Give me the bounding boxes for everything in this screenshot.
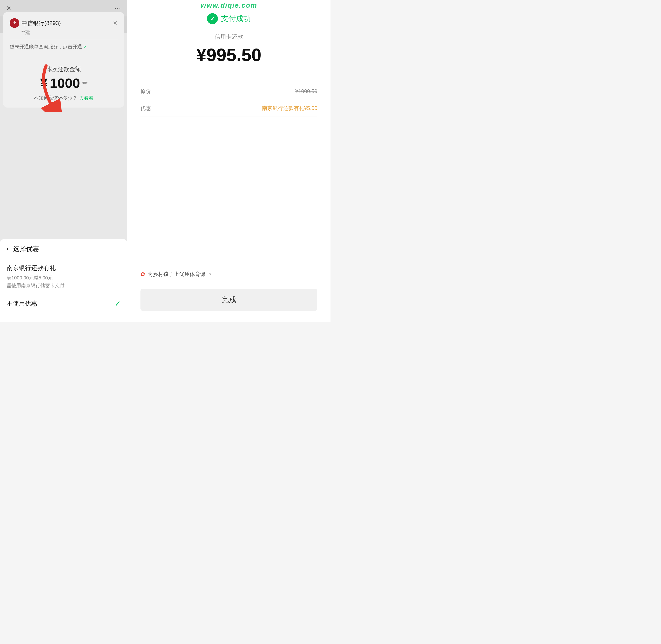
no-coupon-row[interactable]: 不使用优惠 ✓ [6, 294, 121, 313]
edit-amount-icon[interactable]: ✏ [82, 79, 87, 87]
amount-display: ¥1000 ✏ [10, 75, 118, 91]
charity-arrow-icon: > [209, 271, 212, 277]
coupon-desc-line2: 需使用南京银行储蓄卡支付 [6, 282, 121, 289]
bank-info: 中 中信银行(8293) [10, 18, 61, 28]
back-button[interactable]: ‹ [6, 245, 8, 252]
check-icon: ✓ [115, 299, 121, 308]
currency-symbol: ¥ [40, 75, 47, 91]
watermark: www.diqie.com [127, 0, 331, 9]
card-divider [10, 40, 118, 40]
original-price-value: ¥1000.50 [296, 88, 317, 94]
bank-card-modal: 中 中信银行(8293) ✕ **建 暂未开通账单查询服务，点击开通 > 本次还… [3, 12, 124, 108]
charity-row[interactable]: ✿ 为乡村孩子上优质体育课 > [127, 264, 331, 284]
bottom-sheet-header: ‹ 选择优惠 [6, 244, 121, 253]
card-header: 中 中信银行(8293) ✕ [10, 18, 118, 28]
amount-label: 本次还款金额 [10, 65, 118, 73]
discount-label: 优惠 [140, 105, 151, 112]
original-price-label: 原价 [140, 88, 151, 95]
right-content: www.diqie.com 支付成功 信用卡还款 ¥995.50 原价 ¥100… [127, 0, 331, 322]
payment-amount: ¥995.50 [196, 45, 261, 65]
charity-icon: ✿ [140, 271, 145, 278]
success-text: 支付成功 [221, 14, 251, 24]
right-panel: www.diqie.com 支付成功 信用卡还款 ¥995.50 原价 ¥100… [127, 0, 331, 322]
charity-text: 为乡村孩子上优质体育课 [147, 271, 206, 278]
bank-logo: 中 [10, 18, 19, 28]
success-icon [207, 13, 218, 24]
coupon-desc-line1: 满1000.00元减5.00元 [6, 274, 121, 282]
complete-btn-area: 完成 [127, 284, 331, 322]
payment-success-section: 支付成功 信用卡还款 ¥995.50 [127, 0, 331, 83]
amount-hint: 不知道应该还多少？ 去看看 [10, 95, 118, 101]
discount-value: 南京银行还款有礼¥5.00 [262, 105, 317, 112]
notice-arrow-icon: > [84, 44, 86, 50]
close-icon[interactable]: ✕ [6, 5, 11, 12]
card-notice[interactable]: 暂未开通账单查询服务，点击开通 > [10, 43, 118, 50]
card-close-icon[interactable]: ✕ [113, 20, 118, 27]
coupon-name: 南京银行还款有礼 [6, 264, 121, 272]
payment-type-label: 信用卡还款 [215, 33, 243, 41]
left-panel: ✕ ··· 还款 借款 最长24期 中 中信银行(8293) ✕ **建 暂未开… [0, 0, 127, 322]
no-coupon-label: 不使用优惠 [6, 299, 37, 308]
complete-button[interactable]: 完成 [140, 289, 317, 311]
detail-row-original: 原价 ¥1000.50 [140, 83, 317, 100]
detail-row-discount: 优惠 南京银行还款有礼¥5.00 [140, 100, 317, 117]
card-user: **建 [10, 29, 118, 36]
coupon-bottom-sheet: ‹ 选择优惠 南京银行还款有礼 满1000.00元减5.00元 需使用南京银行储… [0, 239, 127, 322]
bank-name: 中信银行(8293) [22, 19, 61, 27]
amount-hint-link[interactable]: 去看看 [79, 95, 94, 101]
amount-number: 1000 [50, 75, 80, 91]
detail-section: 原价 ¥1000.50 优惠 南京银行还款有礼¥5.00 [127, 83, 331, 117]
bottom-sheet-title: 选择优惠 [13, 244, 39, 253]
success-row: 支付成功 [207, 13, 251, 24]
coupon-item[interactable]: 南京银行还款有礼 满1000.00元减5.00元 需使用南京银行储蓄卡支付 [6, 259, 121, 294]
more-options-icon[interactable]: ··· [115, 5, 121, 12]
